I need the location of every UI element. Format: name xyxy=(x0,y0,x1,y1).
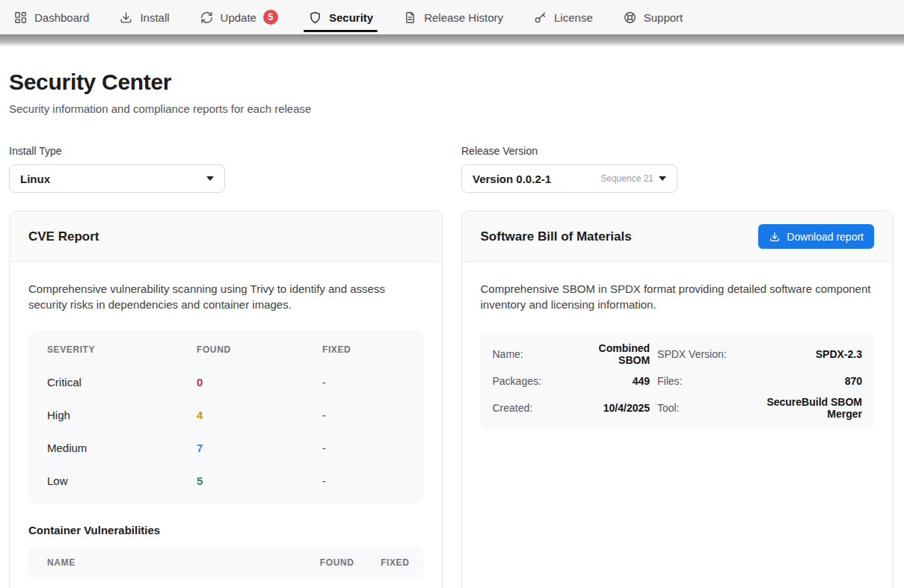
key-icon xyxy=(533,10,547,25)
severity-table-header: SEVERITY FOUND FIXED xyxy=(28,334,423,365)
nav-label: Dashboard xyxy=(34,11,89,24)
col-fixed: FIXED xyxy=(372,557,410,568)
nav-label: Security xyxy=(329,11,373,24)
nav-label: Update xyxy=(221,11,256,24)
cve-description: Comprehensive vulnerability scanning usi… xyxy=(28,281,423,312)
dashboard-icon xyxy=(13,10,28,25)
sbom-card-body: Comprehensive SBOM in SPDX format provid… xyxy=(462,262,894,588)
detail-value: 870 xyxy=(748,368,862,394)
page-subtitle: Security information and compliance repo… xyxy=(9,102,894,115)
sbom-card-header: Software Bill of Materials Download repo… xyxy=(462,211,894,262)
detail-value: SPDX-2.3 xyxy=(748,341,862,368)
download-icon xyxy=(119,10,133,25)
severity-table: SEVERITY FOUND FIXED Critical 0 - High 4… xyxy=(28,331,423,503)
severity-row-high: High 4 - xyxy=(28,398,423,431)
cve-report-card: CVE Report Comprehensive vulnerability s… xyxy=(9,211,443,588)
detail-value: 449 xyxy=(566,368,651,394)
chevron-down-icon xyxy=(659,176,666,181)
nav-item-update[interactable]: Update 5 xyxy=(200,0,278,34)
severity-row-low: Low 5 - xyxy=(28,464,423,497)
found-count: 0 xyxy=(197,376,322,389)
severity-label: Low xyxy=(47,474,197,487)
sbom-card: Software Bill of Materials Download repo… xyxy=(461,211,894,588)
container-vulnerabilities-table-header: NAME FOUND FIXED xyxy=(28,547,423,578)
col-found: FOUND xyxy=(197,344,322,355)
nav-item-release-history[interactable]: Release History xyxy=(403,0,503,34)
detail-value: SecureBuild SBOM Merger xyxy=(748,394,862,421)
cve-card-title: CVE Report xyxy=(28,229,99,244)
found-count: 4 xyxy=(197,409,322,421)
severity-row-critical: Critical 0 - xyxy=(28,365,423,398)
col-name: NAME xyxy=(47,557,284,568)
detail-label: Name: xyxy=(493,341,559,368)
nav-label: License xyxy=(554,11,593,24)
detail-label: Tool: xyxy=(657,394,741,421)
shield-icon xyxy=(308,10,322,25)
detail-label: SPDX Version: xyxy=(657,341,741,368)
cve-card-body: Comprehensive vulnerability scanning usi… xyxy=(10,262,442,588)
col-fixed: FIXED xyxy=(322,344,405,355)
severity-label: High xyxy=(47,409,197,421)
col-severity: SEVERITY xyxy=(47,344,197,355)
severity-label: Critical xyxy=(47,376,197,389)
refresh-icon xyxy=(200,10,214,25)
filters-row: Install Type Linux Release Version Versi… xyxy=(9,145,894,193)
sbom-description: Comprehensive SBOM in SPDX format provid… xyxy=(481,281,875,312)
fixed-count: - xyxy=(322,474,405,487)
found-count: 5 xyxy=(197,474,322,487)
col-found: FOUND xyxy=(302,557,354,568)
install-type-filter: Install Type Linux xyxy=(9,145,225,193)
severity-row-medium: Medium 7 - xyxy=(28,431,423,464)
install-type-value: Linux xyxy=(20,173,50,185)
detail-label: Packages: xyxy=(493,368,559,394)
lifebuoy-icon xyxy=(623,10,637,25)
nav-label: Release History xyxy=(424,11,503,24)
update-count-badge: 5 xyxy=(263,10,278,25)
download-icon xyxy=(769,231,781,243)
sbom-details-table: Name: Combined SBOM SPDX Version: SPDX-2… xyxy=(481,333,875,429)
nav-item-security[interactable]: Security xyxy=(308,0,373,34)
release-sequence: Sequence 21 xyxy=(600,173,654,184)
nav-item-install[interactable]: Install xyxy=(119,0,169,34)
document-icon xyxy=(403,10,417,25)
detail-label: Files: xyxy=(657,368,741,394)
sbom-card-title: Software Bill of Materials xyxy=(481,229,632,244)
release-version-label: Release Version xyxy=(461,145,677,157)
found-count: 7 xyxy=(197,442,322,454)
header-shadow-band xyxy=(0,34,904,47)
install-type-select[interactable]: Linux xyxy=(9,164,225,193)
chevron-down-icon xyxy=(206,176,214,181)
nav-label: Install xyxy=(140,11,169,24)
page-title: Security Center xyxy=(9,69,894,95)
release-version-filter: Release Version Version 0.0.2-1 Sequence… xyxy=(461,145,677,193)
cards-row: CVE Report Comprehensive vulnerability s… xyxy=(9,211,894,588)
download-report-label: Download report xyxy=(787,231,864,243)
severity-label: Medium xyxy=(47,442,197,454)
detail-label: Created: xyxy=(493,394,559,421)
release-version-select[interactable]: Version 0.0.2-1 Sequence 21 xyxy=(461,164,677,193)
download-report-button[interactable]: Download report xyxy=(758,224,874,249)
nav-item-license[interactable]: License xyxy=(533,0,593,34)
main-content: Security Center Security information and… xyxy=(0,69,904,588)
container-vulnerabilities-heading: Container Vulnerabilities xyxy=(28,524,423,536)
nav-label: Support xyxy=(644,11,683,24)
install-type-label: Install Type xyxy=(9,145,225,157)
fixed-count: - xyxy=(322,409,405,421)
release-version-value: Version 0.0.2-1 xyxy=(473,173,551,185)
top-nav: Dashboard Install Update 5 Security Rele… xyxy=(0,0,904,34)
fixed-count: - xyxy=(322,442,405,454)
detail-value: Combined SBOM xyxy=(566,341,651,368)
fixed-count: - xyxy=(322,376,405,389)
detail-value: 10/4/2025 xyxy=(566,394,651,421)
nav-item-support[interactable]: Support xyxy=(623,0,683,34)
cve-card-header: CVE Report xyxy=(10,211,442,262)
nav-item-dashboard[interactable]: Dashboard xyxy=(13,0,89,34)
